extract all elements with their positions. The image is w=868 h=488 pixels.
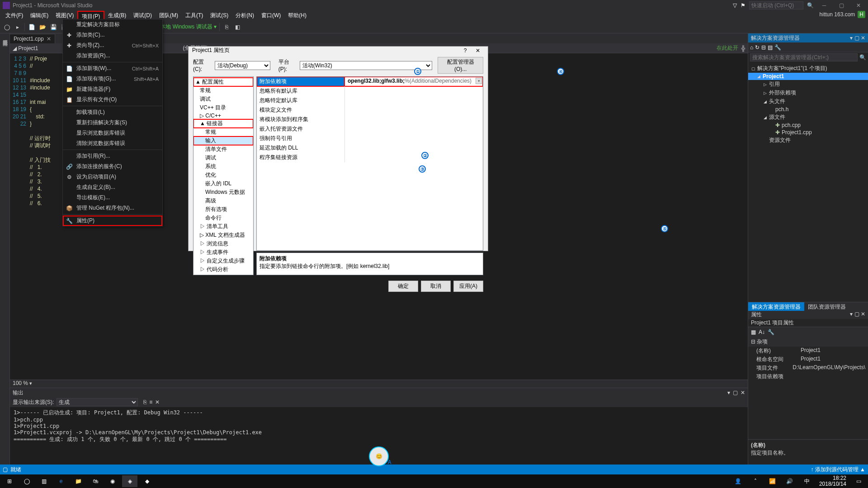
output-pin-icon[interactable]: ▢ [733, 389, 738, 396]
store-icon[interactable]: 🛍 [88, 475, 103, 487]
dialog-tree-node[interactable]: ▲ 链接器 [193, 119, 253, 128]
context-menu-item[interactable]: 显示浏览数据库错误 [63, 128, 162, 138]
tree-headers[interactable]: ◢头文件 [748, 97, 868, 106]
flag-icon[interactable]: ⚑ [741, 2, 745, 9]
dialog-tree[interactable]: ▲ 配置属性常规调试VC++ 目录▷ C/C++▲ 链接器常规输入清单文件调试系… [193, 76, 254, 275]
dialog-table-row[interactable]: 忽略特定默认库 [257, 96, 483, 105]
output-close-icon[interactable]: ✕ [741, 389, 745, 396]
start-icon[interactable]: ⊞ [2, 475, 17, 487]
menu-help[interactable]: 帮助(H) [284, 11, 310, 21]
context-menu-item[interactable]: 生成自定义(B)... [63, 182, 162, 192]
sort-icon[interactable]: A↓ [759, 329, 765, 335]
dialog-tree-node[interactable]: 所有选项 [193, 205, 253, 214]
dialog-table-row[interactable]: 延迟加载的 DLL [257, 143, 483, 153]
output-tb-icon[interactable]: ✕ [155, 399, 160, 405]
solution-search-input[interactable] [750, 53, 858, 61]
open-icon[interactable]: 📂 [38, 23, 47, 31]
properties-icon[interactable]: 🔧 [774, 44, 781, 51]
taskview-icon[interactable]: ▥ [36, 475, 52, 487]
split-icon[interactable]: ╬ [741, 45, 745, 52]
output-source-select[interactable]: 生成 [57, 398, 138, 406]
notification-icon[interactable]: ▽ [733, 2, 737, 9]
dialog-tree-node[interactable]: 优化 [193, 171, 253, 179]
ok-button[interactable]: 确定 [388, 281, 418, 292]
editor-tab[interactable]: Project1.cpp ✕ [10, 34, 55, 43]
zoom-indicator[interactable]: 100 % ▾ [10, 380, 748, 388]
context-menu-item[interactable]: 📁新建筛选器(F) [63, 84, 162, 94]
panel-menu-icon[interactable]: ▾ ▢ ✕ [850, 35, 865, 41]
tree-project[interactable]: ◢Project1 [748, 73, 868, 80]
context-menu-item[interactable]: 添加资源(R)... [63, 51, 162, 61]
dialog-tree-node[interactable]: 系统 [193, 162, 253, 171]
dialog-tree-node[interactable]: ▷ XML 文档生成器 [193, 231, 253, 239]
context-menu-item[interactable]: 导出模板(E)... [63, 192, 162, 203]
dialog-table-row[interactable]: 强制符号引用 [257, 134, 483, 143]
search-icon[interactable]: 🔍 [807, 2, 814, 9]
context-menu-item[interactable]: ✚类向导(Z)...Ctrl+Shift+X [63, 40, 162, 51]
tree-extdeps[interactable]: ▷外部依赖项 [748, 89, 868, 97]
context-menu-item[interactable]: 重定解决方案目标 [63, 19, 162, 30]
solution-tree[interactable]: ▢解决方案"Project1"(1 个项目) ◢Project1 ▷引用 ▷外部… [748, 62, 868, 302]
dialog-tree-node[interactable]: 清单文件 [193, 145, 253, 154]
dialog-table[interactable]: 附加依赖项opengl32.lib;glfw3.lib;%(Additional… [256, 76, 483, 251]
dialog-table-row[interactable]: 程序集链接资源 [257, 153, 483, 162]
home-icon[interactable]: ⌂ [750, 44, 753, 51]
menu-tools[interactable]: 工具(T) [182, 11, 207, 21]
tray-ime-icon[interactable]: 中 [799, 475, 815, 487]
minimize-button[interactable]: ─ [817, 2, 831, 9]
apply-button[interactable]: 应用(A) [453, 281, 483, 292]
tray-vol-icon[interactable]: 🔊 [782, 475, 797, 487]
context-menu-item[interactable]: 重新扫描解决方案(S) [63, 117, 162, 128]
dialog-tree-node[interactable]: ▷ 代码分析 [193, 265, 253, 274]
menu-file[interactable]: 文件(F) [2, 11, 27, 21]
config-manager-button[interactable]: 配置管理器(O)... [438, 57, 483, 74]
refresh-icon[interactable]: ↻ [755, 44, 760, 51]
dialog-tree-node[interactable]: ▷ 生成事件 [193, 248, 253, 257]
tab-team[interactable]: 团队资源管理器 [804, 302, 849, 311]
context-menu-item[interactable]: 📋显示所有文件(O) [63, 94, 162, 105]
tray-people-icon[interactable]: 👤 [731, 475, 746, 487]
tray-up-icon[interactable]: ˄ [748, 475, 763, 487]
dialog-tree-node[interactable]: Windows 元数据 [193, 188, 253, 197]
output-tb-icon[interactable]: ⎘ [143, 399, 146, 405]
context-menu-item[interactable]: 📦管理 NuGet 程序包(N)... [63, 203, 162, 213]
dialog-tree-node[interactable]: ▷ 清单工具 [193, 222, 253, 231]
notif-icon[interactable]: ▭ [851, 475, 866, 487]
context-menu-item[interactable]: ✚添加类(C)... [63, 30, 162, 40]
explorer-icon[interactable]: 📁 [71, 475, 86, 487]
dialog-tree-node[interactable]: 调试 [193, 154, 253, 162]
clock[interactable]: 18:222018/10/14 [816, 475, 849, 487]
dialog-tree-node[interactable]: VC++ 目录 [193, 103, 253, 112]
output-tb-icon[interactable]: ≡ [149, 399, 152, 405]
dialog-tree-node[interactable]: ▷ 浏览信息 [193, 239, 253, 248]
status-source-control[interactable]: ↑ 添加到源代码管理 ▲ [811, 466, 865, 474]
properties-category[interactable]: ⊟ 杂项 [748, 337, 868, 347]
new-file-icon[interactable]: 📄 [28, 23, 36, 31]
tree-root[interactable]: ▢解决方案"Project1"(1 个项目) [748, 64, 868, 73]
breadcrumb-project[interactable]: ◢ Project1 [13, 45, 38, 52]
dialog-table-row[interactable]: 将模块添加到程序集 [257, 115, 483, 124]
left-gutter-toolbox[interactable]: 服务器资源管理器 工具箱 [0, 33, 10, 465]
dialog-close-icon[interactable]: ✕ [472, 47, 484, 54]
tree-proj-cpp[interactable]: ✚ Project1.cpp [748, 129, 868, 136]
context-menu-item[interactable]: 卸载项目(L) [63, 107, 162, 117]
dialog-tree-node[interactable]: 常规 [193, 128, 253, 136]
cortana-icon[interactable]: ◯ [19, 475, 34, 487]
context-menu-item[interactable]: 清除浏览数据库错误 [63, 138, 162, 149]
menu-edit[interactable]: 编辑(E) [27, 11, 52, 21]
collapse-icon[interactable]: ⊟ [761, 44, 766, 51]
start-debug-button[interactable]: ▶ 本地 Windows 调试器 ▾ [153, 23, 217, 31]
context-menu-item[interactable]: 🔗添加连接的服务(C) [63, 161, 162, 172]
tree-sources[interactable]: ◢源文件 [748, 113, 868, 122]
dialog-tree-node[interactable]: 嵌入的 IDL [193, 179, 253, 188]
dialog-tree-node[interactable]: ▷ C/C++ [193, 112, 253, 119]
app-icon[interactable]: ◆ [139, 475, 155, 487]
tree-resources[interactable]: 资源文件 [748, 136, 868, 145]
menu-test[interactable]: 测试(S) [207, 11, 232, 21]
cancel-button[interactable]: 取消 [421, 281, 451, 292]
dialog-table-row[interactable]: 嵌入托管资源文件 [257, 124, 483, 134]
quick-launch-input[interactable] [749, 1, 803, 9]
show-all-icon[interactable]: ▤ [768, 44, 773, 51]
context-menu-item[interactable]: 🔧属性(P) [63, 216, 162, 226]
cat-icon[interactable]: ▦ [751, 329, 756, 335]
